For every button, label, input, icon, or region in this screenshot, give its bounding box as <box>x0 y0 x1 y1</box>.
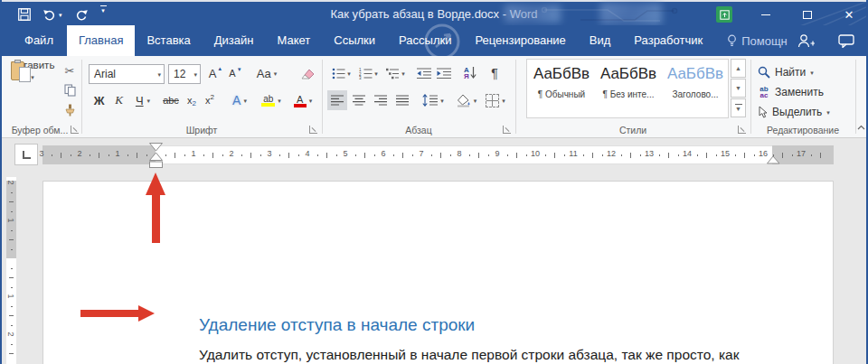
quick-access-toolbar: ▾ ▾ <box>18 5 107 24</box>
ruler-tick <box>99 153 99 158</box>
redo-icon <box>74 8 89 21</box>
find-button[interactable]: Найти▾ <box>758 63 814 81</box>
show-formatting-marks-button[interactable]: ¶ <box>485 63 505 83</box>
shading-button[interactable]: ▾ <box>454 90 479 110</box>
numbering-button[interactable]: 123 ▾ <box>356 63 381 83</box>
right-indent-marker[interactable] <box>766 155 780 164</box>
ruler-number: 9 <box>495 149 499 158</box>
undo-dropdown[interactable]: ▾ <box>59 12 62 18</box>
change-case-button[interactable]: Aa▾ <box>253 63 280 83</box>
tab-home[interactable]: Главная <box>67 25 135 56</box>
chevron-down-icon[interactable]: ▾ <box>157 71 161 78</box>
style-heading1[interactable]: АаБбВв Заголово... <box>664 60 727 112</box>
font-dialog-launcher[interactable] <box>309 126 317 134</box>
decrease-indent-button[interactable] <box>414 63 433 83</box>
search-icon <box>758 66 770 79</box>
chevron-down-icon[interactable]: ▾ <box>193 71 197 78</box>
underline-button[interactable]: Ч▾ <box>130 90 156 110</box>
replace-label: Заменить <box>775 86 824 98</box>
comments-icon[interactable] <box>838 34 854 48</box>
save-button[interactable] <box>18 5 31 23</box>
close-button[interactable]: ✕ <box>841 6 857 23</box>
tab-stop-selector[interactable] <box>14 144 38 165</box>
hanging-indent-marker <box>150 153 163 161</box>
ruler-number: 6 <box>381 149 385 158</box>
bold-button[interactable]: Ж <box>90 90 108 110</box>
subscript-button[interactable]: x2 <box>183 90 201 110</box>
styles-dialog-launcher[interactable] <box>738 126 746 134</box>
paragraph-dialog-launcher[interactable] <box>503 126 511 134</box>
format-painter-button[interactable] <box>60 101 80 119</box>
customize-qat-button[interactable]: ▾ <box>100 5 107 23</box>
page[interactable]: Удаление отступа в начале строки Удалить… <box>42 181 834 364</box>
numbering-icon: 123 <box>359 68 373 79</box>
chevron-up-icon <box>857 125 865 130</box>
align-left-button[interactable] <box>327 90 347 110</box>
multilevel-list-button[interactable]: ▾ <box>383 63 408 83</box>
copy-button[interactable] <box>60 81 80 99</box>
strikethrough-button[interactable]: abc <box>159 90 183 110</box>
font-size-combo[interactable]: 12 ▾ <box>168 64 201 84</box>
style-no-spacing[interactable]: АаБбВв ¶ Без инте... <box>597 60 660 112</box>
redo-button[interactable] <box>74 5 89 23</box>
tab-review[interactable]: Рецензирование <box>463 25 577 56</box>
minimize-button[interactable] <box>758 6 774 23</box>
maximize-button[interactable] <box>799 6 816 23</box>
tab-developer[interactable]: Разработчик <box>622 25 714 56</box>
collapse-ribbon-button[interactable] <box>855 121 866 134</box>
highlight-color-button[interactable]: ab ▾ <box>257 90 286 110</box>
indent-markers[interactable] <box>148 143 164 170</box>
select-button[interactable]: Выделить▾ <box>758 103 830 121</box>
tell-me-box[interactable]: Помощн <box>718 25 797 56</box>
ruler-number: 2 <box>77 149 81 158</box>
italic-button[interactable]: К <box>110 90 127 110</box>
minimize-icon <box>761 14 770 15</box>
align-right-button[interactable] <box>371 90 391 110</box>
font-color-button[interactable]: А ▾ <box>289 90 316 110</box>
styles-scroll-up-button[interactable]: ▲ <box>731 59 746 78</box>
paste-button[interactable]: Вставить ▾ <box>9 60 56 123</box>
sort-button[interactable]: А Я <box>459 63 481 83</box>
tab-type-icon <box>23 151 31 159</box>
align-center-button[interactable] <box>349 90 369 110</box>
select-label: Выделить <box>772 106 822 118</box>
font-name-combo[interactable]: Arial ▾ <box>89 64 165 84</box>
share-sign-in-icon[interactable] <box>797 33 815 48</box>
ruler-number: 11 <box>569 149 577 158</box>
shrink-font-button[interactable]: А▼ <box>226 63 245 83</box>
ruler-tick <box>716 154 717 156</box>
bullets-button[interactable]: ▾ <box>329 63 354 83</box>
titlebar[interactable]: ▾ ▾ Как убрать абзац в Ворде.docx - Word <box>2 0 866 25</box>
styles-scroll-down-button[interactable]: ▼ <box>731 79 746 98</box>
cut-button[interactable]: ✂ <box>60 61 80 79</box>
ruler-tick <box>222 154 223 156</box>
undo-button[interactable]: ▾ <box>42 5 62 23</box>
clear-formatting-button[interactable] <box>297 63 318 83</box>
ruler-number: 5 <box>343 149 347 158</box>
grow-font-button[interactable]: А▲ <box>206 63 225 83</box>
styles-gallery-more-button[interactable]: ▼ <box>731 98 746 117</box>
borders-button[interactable]: ▾ <box>483 90 508 110</box>
justify-button[interactable] <box>392 90 412 110</box>
ribbon-display-options-button[interactable] <box>716 6 732 23</box>
ruler-tick <box>782 153 783 158</box>
tab-references[interactable]: Ссылки <box>322 25 387 56</box>
ruler-tick <box>11 192 13 193</box>
style-normal[interactable]: АаБбВв ¶ Обычный <box>530 60 593 112</box>
increase-indent-button[interactable] <box>434 63 453 83</box>
superscript-button[interactable]: x2 <box>201 90 219 110</box>
text-effects-button[interactable]: А▾ <box>226 90 253 110</box>
tab-view[interactable]: Вид <box>578 25 623 56</box>
font-size-value: 12 <box>174 68 185 80</box>
tab-design[interactable]: Дизайн <box>203 25 266 56</box>
tab-file[interactable]: Файл <box>11 25 67 56</box>
tab-mailings[interactable]: Рассылки <box>387 25 463 56</box>
clipboard-dialog-launcher[interactable] <box>71 126 79 134</box>
ruler-tick <box>108 154 109 156</box>
line-spacing-button[interactable]: ▾ <box>420 90 447 110</box>
tab-layout[interactable]: Макет <box>265 25 322 56</box>
left-indent-marker <box>150 162 163 168</box>
tab-insert[interactable]: Вставка <box>135 25 202 56</box>
replace-button[interactable]: ab ac Заменить <box>758 83 824 101</box>
ruler-tick <box>516 153 517 158</box>
